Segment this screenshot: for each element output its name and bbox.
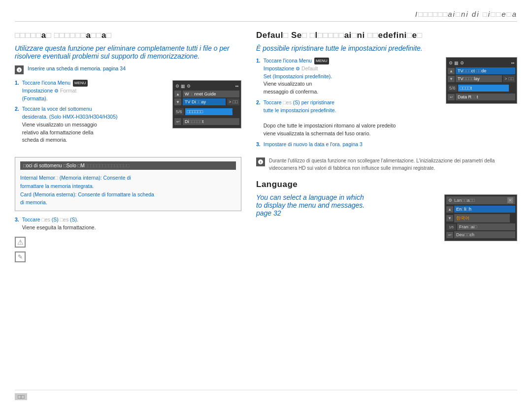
step-text-1: Toccare l'icona Menu MENU Impostazione ⚙… (22, 79, 89, 102)
steps-left: 1. Toccare l'icona Menu MENU Impostazion… (15, 79, 167, 147)
note-caution-row: i Durante l'utilizzo di questa funzione … (256, 157, 517, 172)
step-num-1: 1. (15, 79, 19, 102)
header-title: I□□□□□□ai□ni di □i□□e□a (415, 10, 517, 18)
widget-item-1: W□□nnet Guide (183, 91, 239, 97)
step-num-2: 2. (15, 105, 19, 144)
lang-widget-title: ⚙ Lan□□a□□ (448, 198, 475, 203)
language-title: Language (256, 180, 517, 189)
warn-icon: ⚠ (15, 237, 26, 248)
lang-row-2: ▼ 한국어 ☞ (446, 214, 515, 222)
info-icon-2: i (256, 157, 265, 166)
right-section-title: Defaul□ Se□ □l□□□□□ai□ni □□edefini□e□ (256, 31, 517, 40)
widget-row-1: ▲ W□□nnet Guide (174, 91, 239, 97)
lang-row-3: 1/6 Fran□ai□ (446, 223, 515, 230)
widget-item-4: Di□□□□□t (183, 118, 239, 125)
widget-row-4: ↩ Di□□□□□t (174, 118, 239, 125)
widget-row-2: ▼ TV Di□□ay > □□ (174, 98, 239, 105)
r-step-text-2: Toccare □es (S) per ripristinare tutte l… (264, 99, 396, 138)
lang-widget: ⚙ Lan□□a□□ ✕ ▲ En□li□h ▼ (444, 194, 517, 241)
gear-icon-lang: ⚙ (448, 198, 452, 203)
page-wrapper: I□□□□□□ai□ni di □i□□e□a □□□□□a□ □□□□□□a□… (0, 0, 532, 407)
lang-row-1: ▲ En□li□h (446, 206, 515, 213)
wr-row-2: ▼ TV□□□□lay > □□ (448, 75, 515, 82)
r-step-1: 1. Toccare l'icona Menu MENU Impostazion… (256, 57, 441, 96)
lang-english: En□li□h (454, 206, 515, 213)
widget-left: ⚙ ▦ ⚙ ▪▪ ▲ W□□nnet Guide ▼ (172, 80, 241, 133)
step-2: 2. Toccare la voce del sottomenu desider… (15, 105, 167, 144)
note-text-1: Inserire una scheda di memoria. pagina 3… (28, 65, 126, 72)
step-1: 1. Toccare l'icona Menu MENU Impostazion… (15, 79, 167, 102)
wr-row-1: ▲ TV□□□ct □□de (448, 67, 515, 74)
lang-widget-header: ⚙ Lan□□a□□ ✕ (446, 196, 515, 204)
lang-title-text: Lan□□a□□ (454, 198, 475, 203)
warn-icon-row: ⚠ (15, 237, 241, 248)
lang-down: ▼ (446, 215, 453, 221)
lang-korean: 한국어 (454, 214, 510, 222)
widget-num-2: > □□ (227, 98, 239, 105)
step-num-3: 3. (15, 216, 19, 232)
language-section: Language ⚙ Lan□□a□□ ✕ ▲ (256, 180, 517, 241)
r-step-text-3: Impostare di nuovo la data e l'ora. pagi… (264, 141, 363, 149)
page-footer: □□ (15, 390, 517, 400)
wr-item-3: □□□□t (458, 85, 509, 92)
step-text-3: Toccare □es (S) □es (S). Viene eseguita … (22, 216, 96, 232)
r-step-text-1: Toccare l'icona Menu MENU Impostazione ⚙… (264, 57, 332, 96)
wr-down: ▼ (448, 76, 455, 82)
lang-up: ▲ (446, 206, 453, 213)
warn-icon-col: ⚠ (15, 237, 26, 248)
col-left: □□□□□a□ □□□□□□a□□a□ Utilizzare questa fu… (15, 31, 241, 266)
pen-icon-col: ✎ (15, 251, 26, 262)
r-step-3: 3. Impostare di nuovo la data e l'ora. p… (256, 141, 517, 149)
widget-row-3: 5/6 □□□□□□ ☞ (174, 106, 239, 117)
wr-back: ↩ (448, 94, 455, 100)
widget-item-2: TV Di□□ay (183, 98, 226, 105)
widget-item-3: □□□□□□ (185, 108, 233, 115)
col-right: Defaul□ Se□ □l□□□□□ai□ni □□edefini□e□ È … (256, 31, 517, 266)
note-caution-text: Durante l'utilizzo di questa funzione no… (269, 157, 517, 172)
r-step-num-1: 1. (256, 57, 261, 96)
r-step-num-3: 3. (256, 141, 261, 149)
note-row-1: i Inserire una scheda di memoria. pagina… (15, 65, 241, 74)
back-arrow: ↩ (174, 118, 181, 125)
svg-text:i: i (260, 160, 261, 164)
submenu-item-2: Card (Memoria esterna): Consente di form… (20, 190, 236, 207)
submenu-box: □oci di sottomenu □Solo □M□□□□□□□□□□□□□□… (15, 157, 241, 211)
wr-row-4: ↩ Data R□□t (448, 94, 515, 100)
down-arrow: ▼ (174, 98, 181, 105)
hand-icon-right: ☞ (508, 83, 515, 93)
left-section-title: □□□□□a□ □□□□□□a□□a□ (15, 31, 241, 40)
lang-num: 1/6 (446, 224, 456, 230)
pen-icon: ✎ (15, 251, 26, 262)
wr-extra: > □□ (503, 75, 515, 82)
wr-item-1: TV□□□ct □□de (456, 67, 515, 74)
submenu-item-1: Internal Memor□ (Memoria interna): Conse… (20, 174, 236, 190)
right-subtitle: È possibile ripristinare tutte le impost… (256, 44, 517, 52)
wr-row-3: 5/6 □□□□t ☞ (448, 83, 515, 93)
hand-icon: ☞ (232, 106, 239, 117)
up-arrow: ▲ (174, 91, 181, 97)
left-subtitle: Utilizzare questa funzione per eliminare… (15, 44, 241, 60)
lang-widget-close[interactable]: ✕ (507, 197, 513, 203)
hand-icon-lang: ☞ (509, 214, 515, 222)
wr-num: 5/6 (448, 85, 457, 92)
page-header: I□□□□□□ai□ni di □i□□e□a (15, 10, 517, 22)
widget-num-3: 5/6 (174, 108, 184, 115)
pen-icon-row: ✎ (15, 251, 241, 262)
ui-widget-left: ⚙ ▦ ⚙ ▪▪ ▲ W□□nnet Guide ▼ (172, 80, 241, 128)
wr-item-2: TV□□□□lay (456, 75, 502, 82)
wr-up: ▲ (448, 68, 455, 74)
svg-text:i: i (19, 68, 20, 72)
lang-deutsch: Deu□□ch (454, 231, 515, 238)
r-step-num-2: 2. (256, 99, 261, 138)
info-icon-1: i (15, 65, 24, 74)
footer-page-num: □□ (15, 393, 27, 400)
steps-with-widget: 1. Toccare l'icona Menu MENU Impostazion… (15, 79, 241, 152)
wr-item-4: Data R□□t (456, 94, 515, 100)
widget-right: ⚙ ▦ ⚙ ▪▪ ▲ TV□□□ct □□de ▼ TV□□□□lay > □□ (446, 57, 517, 104)
step-3: 3. Toccare □es (S) □es (S). Viene esegui… (15, 216, 241, 232)
main-columns: □□□□□a□ □□□□□□a□□a□ Utilizzare questa fu… (15, 31, 517, 266)
submenu-box-title: □oci di sottomenu □Solo □M□□□□□□□□□□□□□□… (20, 161, 236, 170)
lang-row-4: ↩ Deu□□ch (446, 231, 515, 238)
lang-back: ↩ (446, 232, 453, 238)
lang-french: Fran□ai□ (457, 223, 515, 230)
